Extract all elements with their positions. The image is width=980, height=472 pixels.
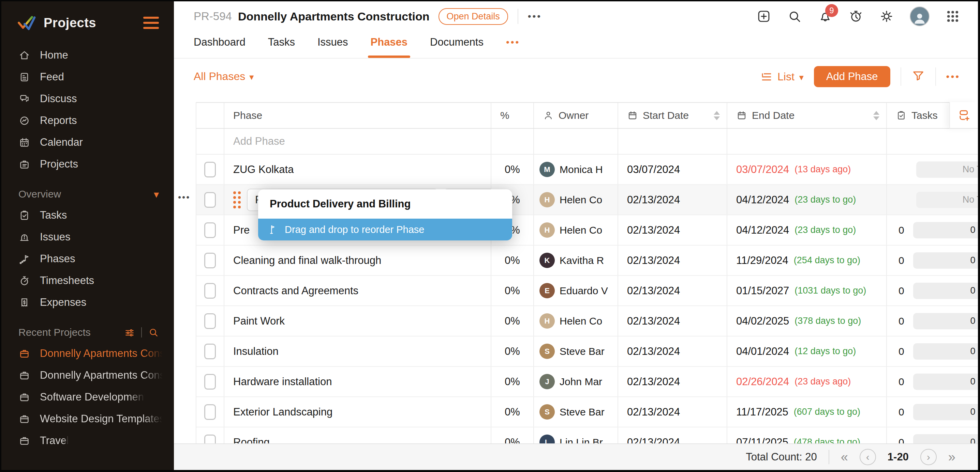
- recent-project-travel[interactable]: Travel: [2, 430, 174, 451]
- notifications-button[interactable]: 9: [818, 9, 833, 24]
- tasks-cell: 0 0 %: [887, 276, 978, 306]
- owner-cell[interactable]: H Helen Co: [534, 215, 618, 245]
- end-date-note: (23 days to go): [794, 195, 856, 205]
- row-checkbox[interactable]: [204, 313, 216, 329]
- table-row[interactable]: Hardware installation Hardware installat…: [196, 367, 978, 397]
- tasks-cell: 0 0 %: [887, 306, 978, 336]
- last-page-icon[interactable]: [948, 451, 955, 464]
- main-content: PR-594 Donnelly Apartments Construction …: [174, 2, 978, 470]
- end-date-column-header[interactable]: End Date: [727, 103, 887, 128]
- tab-issues[interactable]: Issues: [317, 27, 348, 58]
- sidebar-item-calendar[interactable]: Calendar: [2, 131, 174, 153]
- tab-phases[interactable]: Phases: [371, 27, 408, 58]
- row-checkbox[interactable]: [204, 404, 216, 420]
- projects-icon: [18, 158, 30, 170]
- row-actions-more-icon[interactable]: [178, 192, 190, 203]
- owner-cell[interactable]: J John Mar: [534, 367, 618, 396]
- owner-cell[interactable]: E Eduardo V: [534, 276, 618, 306]
- end-date-cell: 04/12/2024 (23 days to go): [727, 185, 887, 215]
- owner-cell[interactable]: H Helen Co: [534, 185, 618, 215]
- owner-cell[interactable]: K Kavitha R: [534, 246, 618, 275]
- view-switcher-dropdown[interactable]: List: [760, 70, 804, 83]
- row-checkbox[interactable]: [204, 192, 216, 208]
- filter-funnel-icon[interactable]: [912, 69, 925, 84]
- recent-project-donnelly-2[interactable]: Donnelly Apartments Cons: [2, 364, 174, 386]
- project-tabs: Dashboard Tasks Issues Phases Documents: [174, 27, 978, 59]
- owner-cell[interactable]: S Steve Bar: [534, 397, 618, 427]
- sort-icon[interactable]: [714, 111, 720, 120]
- owner-cell[interactable]: M Monica H: [534, 155, 618, 184]
- tab-documents[interactable]: Documents: [430, 27, 484, 58]
- drag-handle-icon[interactable]: [233, 192, 241, 208]
- sidebar: Projects Home Feed Discuss Reports: [2, 2, 174, 470]
- owner-cell[interactable]: S Steve Bar: [534, 336, 618, 366]
- table-row[interactable]: Paint Work Paint Work 0% H Helen Co 02/1…: [196, 306, 978, 336]
- add-phase-button[interactable]: Add Phase: [814, 66, 890, 87]
- tasks-cell: 0 0 %: [887, 215, 978, 245]
- sidebar-item-projects[interactable]: Projects: [2, 153, 174, 175]
- phase-name-link[interactable]: Paint Work: [233, 315, 285, 327]
- sidebar-item-tasks[interactable]: Tasks: [2, 204, 174, 226]
- row-checkbox[interactable]: [204, 283, 216, 299]
- sidebar-item-feed[interactable]: Feed: [2, 66, 174, 88]
- inline-add-phase-row[interactable]: Add Phase: [196, 129, 978, 155]
- sort-icon[interactable]: [873, 111, 880, 120]
- recent-project-donnelly-1[interactable]: Donnelly Apartments Cons: [2, 342, 174, 364]
- start-date-column-header[interactable]: Start Date: [618, 103, 727, 128]
- table-row[interactable]: Insulation Insulation 0% S Steve Bar 02/…: [196, 336, 978, 367]
- phase-name-link[interactable]: Cleaning and final walk-through: [233, 254, 381, 267]
- phase-cell: Cleaning and final walk-through Cleaning…: [224, 246, 492, 275]
- project-more-icon[interactable]: [528, 11, 542, 22]
- phase-scope-dropdown[interactable]: All Phases: [194, 70, 254, 83]
- sidebar-collapse-icon[interactable]: [143, 17, 159, 29]
- open-details-button[interactable]: Open Details: [439, 8, 508, 25]
- tab-dashboard[interactable]: Dashboard: [194, 27, 245, 58]
- recent-project-software-development[interactable]: Software Development: [2, 386, 174, 408]
- row-checkbox[interactable]: [204, 344, 216, 359]
- tab-tasks[interactable]: Tasks: [268, 27, 295, 58]
- phase-name-link[interactable]: Hardware installation: [233, 375, 332, 388]
- phase-name-link[interactable]: Insulation: [233, 345, 278, 358]
- quick-add-button[interactable]: [756, 9, 771, 24]
- phase-name-link[interactable]: Exterior Landscaping: [233, 406, 332, 418]
- table-row[interactable]: Contracts and Agreements Contracts and A…: [196, 276, 978, 306]
- sidebar-item-expenses[interactable]: Expenses: [2, 291, 174, 313]
- project-search-icon[interactable]: [148, 327, 159, 338]
- start-date-cell: 03/07/2024: [618, 155, 727, 184]
- add-column-button[interactable]: [949, 102, 978, 129]
- owner-cell[interactable]: H Helen Co: [534, 306, 618, 336]
- sidebar-item-timesheets[interactable]: Timesheets: [2, 270, 174, 291]
- phase-name-link[interactable]: ZUG Kolkata: [233, 163, 294, 176]
- timer-button[interactable]: [848, 9, 863, 24]
- end-date-note: (23 days ago): [794, 376, 851, 387]
- sidebar-item-phases[interactable]: Phases: [2, 248, 174, 270]
- table-row[interactable]: Exterior Landscaping Exterior Landscapin…: [196, 397, 978, 428]
- recent-project-website-design-templates[interactable]: Website Design Templates: [2, 408, 174, 430]
- tabs-more-icon[interactable]: [506, 37, 520, 48]
- apps-grid-button[interactable]: [945, 9, 960, 24]
- table-row[interactable]: ZUG Kolkata ZUG Kolkata 0% M Monica H 03…: [196, 155, 978, 185]
- settings-button[interactable]: [879, 9, 894, 24]
- project-filter-sliders-icon[interactable]: [124, 327, 135, 338]
- global-actions: 9: [756, 6, 960, 26]
- overview-section-header[interactable]: Overview: [2, 184, 174, 204]
- sidebar-item-discuss[interactable]: Discuss: [2, 88, 174, 110]
- sidebar-item-issues[interactable]: Issues: [2, 226, 174, 248]
- global-search-button[interactable]: [787, 9, 802, 24]
- phase-name-link[interactable]: Pre: [233, 224, 250, 236]
- table-row[interactable]: Cleaning and final walk-through Cleaning…: [196, 246, 978, 276]
- row-select-cell: [196, 215, 224, 245]
- row-checkbox[interactable]: [204, 162, 216, 177]
- previous-page-icon[interactable]: [860, 449, 876, 465]
- row-checkbox[interactable]: [204, 374, 216, 390]
- next-page-icon[interactable]: [920, 449, 937, 465]
- gear-icon: [880, 9, 894, 24]
- row-checkbox[interactable]: [204, 253, 216, 268]
- phase-name-link[interactable]: Contracts and Agreements: [233, 285, 358, 297]
- sidebar-item-reports[interactable]: Reports: [2, 110, 174, 131]
- toolbar-more-icon[interactable]: [946, 71, 960, 82]
- row-checkbox[interactable]: [204, 222, 216, 238]
- sidebar-item-home[interactable]: Home: [2, 44, 174, 66]
- user-avatar[interactable]: [910, 6, 929, 26]
- first-page-icon[interactable]: [841, 451, 848, 464]
